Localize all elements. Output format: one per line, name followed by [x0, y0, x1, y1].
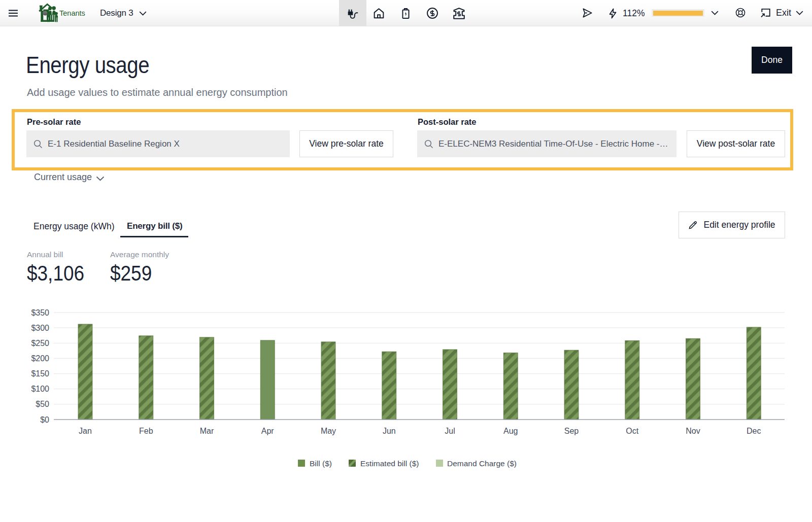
svg-text:$350: $350: [31, 308, 49, 317]
svg-text:$100: $100: [31, 385, 49, 393]
svg-text:Nov: Nov: [686, 427, 700, 435]
svg-text:$250: $250: [31, 339, 49, 347]
svg-text:$0: $0: [40, 415, 49, 424]
svg-text:Jun: Jun: [383, 427, 396, 435]
svg-text:May: May: [321, 427, 336, 435]
svg-text:$150: $150: [31, 369, 49, 378]
svg-text:Jul: Jul: [445, 427, 455, 435]
svg-text:Apr: Apr: [261, 427, 275, 435]
svg-text:Mar: Mar: [200, 427, 214, 435]
svg-text:Oct: Oct: [626, 427, 638, 435]
svg-text:Sep: Sep: [564, 427, 579, 435]
svg-text:$300: $300: [31, 324, 49, 332]
svg-text:Dec: Dec: [747, 427, 761, 435]
svg-text:Aug: Aug: [503, 427, 518, 435]
svg-text:Jan: Jan: [79, 427, 92, 435]
svg-text:$50: $50: [36, 400, 49, 408]
svg-text:$200: $200: [31, 354, 49, 363]
svg-text:Feb: Feb: [139, 427, 153, 435]
